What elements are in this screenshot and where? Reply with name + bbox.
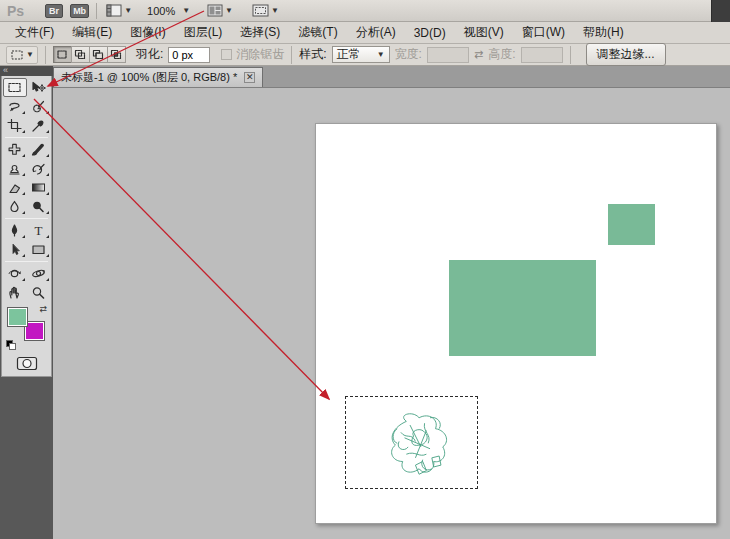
lasso-icon [7, 100, 22, 113]
rectangle-shape-tool[interactable] [27, 240, 51, 259]
3d-rotate-icon [7, 267, 22, 280]
quick-mask-button[interactable] [2, 356, 51, 373]
separator [45, 46, 46, 64]
eraser-tool[interactable] [3, 178, 27, 197]
foreground-color-swatch[interactable] [7, 307, 28, 327]
move-tool[interactable] [27, 78, 51, 97]
quick-mask-icon [16, 356, 38, 371]
eyedropper-tool[interactable] [27, 116, 51, 135]
type-tool[interactable]: T [27, 221, 51, 240]
new-selection-icon [56, 49, 68, 60]
mini-bridge-button[interactable]: Mb [70, 4, 89, 18]
subtract-from-selection-button[interactable] [89, 46, 108, 63]
menu-3d[interactable]: 3D(D) [405, 23, 455, 43]
menu-bar: 文件(F) 编辑(E) 图像(I) 图层(L) 选择(S) 滤镜(T) 分析(A… [0, 22, 730, 44]
workspace-panel-button[interactable] [711, 0, 730, 22]
toolbox-divider [5, 218, 48, 219]
height-label: 高度: [488, 46, 515, 63]
zoom-tool[interactable] [27, 283, 51, 302]
chevron-down-icon[interactable]: ▼ [182, 6, 190, 15]
menu-file[interactable]: 文件(F) [6, 21, 63, 44]
toolbox-divider [5, 137, 48, 138]
chevron-down-icon: ▼ [225, 6, 233, 15]
crop-tool[interactable] [3, 116, 27, 135]
antialias-group: 消除锯齿 [221, 46, 284, 63]
menu-filter[interactable]: 滤镜(T) [289, 21, 346, 44]
clone-stamp-tool[interactable] [3, 159, 27, 178]
crop-icon [7, 119, 22, 132]
chevron-down-icon: ▼ [124, 6, 132, 15]
selection-combine-group [53, 46, 125, 63]
gradient-icon [31, 181, 46, 194]
menu-edit[interactable]: 编辑(E) [63, 21, 121, 44]
close-icon[interactable]: ✕ [244, 72, 255, 83]
width-label: 宽度: [395, 46, 422, 63]
history-brush-tool[interactable] [27, 159, 51, 178]
spot-healing-brush-tool[interactable] [3, 140, 27, 159]
style-label: 样式: [299, 46, 326, 63]
default-colors-icon[interactable] [6, 340, 17, 350]
lasso-tool[interactable] [3, 97, 27, 116]
toolbox: T ⇄ [1, 76, 52, 377]
brush-tool[interactable] [27, 140, 51, 159]
menu-image[interactable]: 图像(I) [121, 21, 174, 44]
rectangular-marquee-icon [7, 81, 22, 94]
type-icon: T [31, 224, 46, 237]
add-to-selection-icon [74, 49, 86, 60]
zoom-level[interactable]: 100% [147, 5, 175, 17]
path-selection-tool[interactable] [3, 240, 27, 259]
toolbox-collapse-header[interactable]: « [0, 66, 53, 76]
chevron-down-icon: ▼ [271, 6, 279, 15]
canvas[interactable] [315, 123, 717, 524]
document-area [53, 88, 730, 539]
add-to-selection-button[interactable] [71, 46, 90, 63]
document-tab[interactable]: 未标题-1 @ 100% (图层 0, RGB/8) * ✕ [53, 67, 263, 87]
hand-icon [7, 286, 22, 299]
quick-selection-tool[interactable] [27, 97, 51, 116]
color-swatches: ⇄ [2, 304, 51, 352]
arrange-documents-button[interactable]: ▼ [205, 3, 235, 18]
collapse-icon: « [3, 65, 8, 75]
style-dropdown[interactable]: 正常 ▼ [332, 46, 390, 63]
view-extras-button[interactable]: ▼ [104, 3, 134, 18]
history-brush-icon [31, 162, 46, 175]
refine-edge-button[interactable]: 调整边缘... [586, 43, 666, 66]
separator [570, 46, 571, 64]
quick-selection-icon [31, 100, 46, 113]
document-tab-bar: 未标题-1 @ 100% (图层 0, RGB/8) * ✕ [53, 66, 730, 88]
antialias-label: 消除锯齿 [236, 46, 284, 63]
intersect-selection-button[interactable] [107, 46, 126, 63]
menu-analysis[interactable]: 分析(A) [347, 21, 405, 44]
svg-text:T: T [35, 224, 43, 237]
feather-input[interactable] [168, 47, 210, 63]
rectangular-marquee-tool[interactable] [3, 78, 27, 97]
new-selection-button[interactable] [53, 46, 72, 63]
tool-preset-picker[interactable]: ▼ [6, 46, 38, 64]
screen-mode-button[interactable]: ▼ [250, 3, 281, 18]
marquee-selection[interactable] [345, 396, 478, 489]
menu-view[interactable]: 视图(V) [455, 21, 513, 44]
dodge-icon [31, 200, 46, 213]
marquee-preset-icon [10, 49, 24, 61]
green-square-shape [608, 204, 655, 245]
gradient-tool[interactable] [27, 178, 51, 197]
bridge-button[interactable]: Br [45, 4, 63, 18]
blur-tool[interactable] [3, 197, 27, 216]
swap-colors-icon[interactable]: ⇄ [39, 304, 47, 314]
menu-select[interactable]: 选择(S) [231, 21, 289, 44]
chevron-down-icon: ▼ [26, 50, 34, 59]
zoom-icon [31, 286, 46, 299]
menu-window[interactable]: 窗口(W) [513, 21, 574, 44]
view-extras-icon [106, 4, 122, 17]
3d-rotate-tool[interactable] [3, 264, 27, 283]
brush-icon [31, 143, 46, 156]
pen-tool[interactable] [3, 221, 27, 240]
hand-tool[interactable] [3, 283, 27, 302]
dodge-tool[interactable] [27, 197, 51, 216]
separator [96, 3, 97, 19]
menu-layer[interactable]: 图层(L) [175, 21, 232, 44]
photoshop-logo: Ps [7, 3, 24, 19]
separator [291, 46, 292, 64]
3d-orbit-tool[interactable] [27, 264, 51, 283]
menu-help[interactable]: 帮助(H) [574, 21, 633, 44]
